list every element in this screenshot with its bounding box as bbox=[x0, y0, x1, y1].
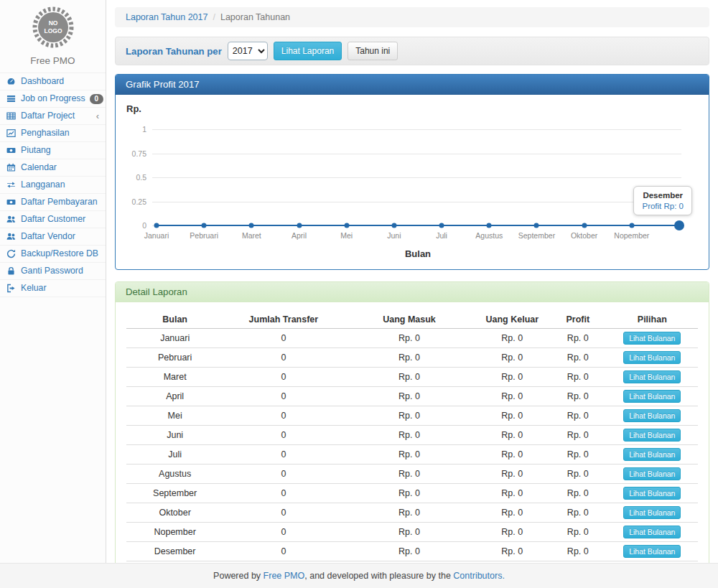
filter-label: Laporan Tahunan per bbox=[126, 46, 222, 57]
sidebar-item-langganan[interactable]: Langganan bbox=[0, 177, 106, 194]
table-row: Desember0Rp. 0Rp. 0Rp. 0Lihat Bulanan bbox=[126, 541, 698, 561]
chart-point[interactable] bbox=[344, 223, 349, 228]
footer-text-prefix: Powered by bbox=[213, 571, 263, 581]
table-cell: Rp. 0 bbox=[343, 347, 475, 367]
view-monthly-button[interactable]: Lihat Bulanan bbox=[623, 332, 681, 345]
view-monthly-button[interactable]: Lihat Bulanan bbox=[623, 487, 681, 500]
gridline bbox=[152, 154, 681, 154]
view-monthly-button[interactable]: Lihat Bulanan bbox=[623, 409, 681, 422]
table-cell: Juli bbox=[126, 444, 223, 464]
profit-chart-panel: Grafik Profit 2017 Rp. 10.750.50.250Janu… bbox=[115, 74, 709, 270]
y-tick-label: 0.75 bbox=[126, 149, 146, 158]
table-cell: 0 bbox=[223, 444, 343, 464]
y-axis-title: Rp. bbox=[126, 103, 698, 114]
column-header-uang-keluar: Uang Keluar bbox=[475, 311, 549, 328]
sidebar-item-keluar[interactable]: Keluar bbox=[0, 280, 106, 297]
table-cell: Desember bbox=[126, 541, 223, 561]
sidebar-item-daftar-project[interactable]: Daftar Project‹ bbox=[0, 108, 106, 125]
x-tick-label: Juli bbox=[436, 231, 447, 240]
view-monthly-button[interactable]: Lihat Bulanan bbox=[623, 429, 681, 442]
view-monthly-button[interactable]: Lihat Bulanan bbox=[623, 467, 681, 480]
table-cell: Rp. 0 bbox=[475, 386, 549, 406]
money-icon bbox=[6, 197, 17, 207]
table-cell: Rp. 0 bbox=[549, 347, 607, 367]
tooltip-value: Profit Rp: 0 bbox=[642, 202, 684, 210]
table-cell: Rp. 0 bbox=[343, 541, 475, 561]
column-header-jumlah-transfer: Jumlah Transfer bbox=[223, 311, 343, 328]
sidebar-item-label: Daftar Vendor bbox=[21, 231, 75, 242]
free-pmo-link[interactable]: Free PMO bbox=[264, 571, 305, 581]
view-monthly-button[interactable]: Lihat Bulanan bbox=[623, 390, 681, 403]
sidebar-item-daftar-vendor[interactable]: Daftar Vendor bbox=[0, 228, 106, 246]
sidebar-item-dashboard[interactable]: Dashboard bbox=[0, 73, 106, 90]
table-cell: Rp. 0 bbox=[475, 406, 549, 425]
line-chart-icon bbox=[6, 129, 17, 139]
profit-line-chart: 10.750.50.250JanuariPebruariMaretAprilMe… bbox=[126, 117, 698, 263]
chart-point[interactable] bbox=[297, 223, 302, 228]
table-cell-action: Lihat Bulanan bbox=[607, 328, 698, 347]
sidebar-menu: DashboardJob on Progress0Daftar Project‹… bbox=[0, 73, 106, 297]
view-monthly-button[interactable]: Lihat Bulanan bbox=[623, 526, 681, 538]
sidebar-item-daftar-pembayaran[interactable]: Daftar Pembayaran bbox=[0, 194, 106, 211]
contributors-link[interactable]: Contributors. bbox=[453, 571, 505, 581]
chart-point[interactable] bbox=[582, 223, 587, 228]
footer-text-middle: , and developed with pleasure by the bbox=[304, 571, 453, 581]
y-tick-label: 1 bbox=[126, 125, 146, 134]
table-cell: Rp. 0 bbox=[475, 483, 549, 503]
main-content: Laporan Tahun 2017/Laporan Tahunan Lapor… bbox=[106, 0, 718, 584]
chart-tooltip: DesemberProfit Rp: 0 bbox=[633, 186, 692, 215]
lock-icon bbox=[6, 266, 17, 276]
view-monthly-button[interactable]: Lihat Bulanan bbox=[623, 545, 681, 558]
x-tick-label: Januari bbox=[144, 231, 169, 240]
view-monthly-button[interactable]: Lihat Bulanan bbox=[623, 370, 681, 383]
view-monthly-button[interactable]: Lihat Bulanan bbox=[623, 448, 681, 461]
table-cell-action: Lihat Bulanan bbox=[607, 367, 698, 386]
chart-point[interactable] bbox=[487, 223, 492, 228]
view-monthly-button[interactable]: Lihat Bulanan bbox=[623, 351, 681, 364]
detail-panel-title: Detail Laporan bbox=[116, 282, 709, 302]
table-cell: Pebruari bbox=[126, 347, 223, 367]
table-cell: Rp. 0 bbox=[549, 406, 607, 425]
table-cell: Rp. 0 bbox=[475, 503, 549, 522]
table-cell: Mei bbox=[126, 406, 223, 425]
table-cell: Januari bbox=[126, 328, 223, 347]
sidebar-item-piutang[interactable]: Piutang bbox=[0, 142, 106, 159]
x-tick-label: Agustus bbox=[475, 231, 503, 240]
table-cell: Rp. 0 bbox=[549, 503, 607, 522]
users-icon bbox=[6, 232, 17, 242]
table-cell: 0 bbox=[223, 367, 343, 386]
year-select[interactable]: 2017 bbox=[228, 42, 268, 60]
table-cell: Rp. 0 bbox=[475, 522, 549, 541]
table-cell: Rp. 0 bbox=[343, 464, 475, 483]
chart-point[interactable] bbox=[391, 223, 396, 228]
chart-point[interactable] bbox=[154, 223, 159, 228]
sidebar-item-label: Job on Progress bbox=[21, 93, 85, 104]
chart-point[interactable] bbox=[534, 223, 539, 228]
chart-point-selected[interactable] bbox=[674, 220, 684, 230]
sidebar-item-calendar[interactable]: Calendar bbox=[0, 159, 106, 177]
chart-point[interactable] bbox=[249, 223, 254, 228]
table-row: September0Rp. 0Rp. 0Rp. 0Lihat Bulanan bbox=[126, 483, 698, 503]
users-icon bbox=[6, 215, 17, 225]
breadcrumb-link[interactable]: Laporan Tahun 2017 bbox=[126, 12, 208, 22]
sidebar-item-backup-restore-db[interactable]: Backup/Restore DB bbox=[0, 246, 106, 263]
breadcrumb: Laporan Tahun 2017/Laporan Tahunan bbox=[115, 7, 709, 27]
sidebar-item-penghasilan[interactable]: Penghasilan bbox=[0, 125, 106, 142]
sidebar-item-ganti-password[interactable]: Ganti Password bbox=[0, 263, 106, 280]
chart-point[interactable] bbox=[629, 223, 634, 228]
view-report-button[interactable]: Lihat Laporan bbox=[274, 42, 342, 60]
sidebar-item-daftar-customer[interactable]: Daftar Customer bbox=[0, 211, 106, 228]
tasks-icon bbox=[6, 94, 17, 104]
gridline bbox=[152, 202, 681, 202]
x-tick-label: Mei bbox=[340, 231, 353, 240]
table-cell-action: Lihat Bulanan bbox=[607, 386, 698, 406]
chart-point[interactable] bbox=[439, 223, 444, 228]
x-tick-label: Maret bbox=[242, 231, 261, 240]
this-year-button[interactable]: Tahun ini bbox=[348, 42, 398, 60]
retweet-icon bbox=[6, 180, 17, 190]
sidebar-item-job-on-progress[interactable]: Job on Progress0 bbox=[0, 90, 106, 108]
table-cell: Rp. 0 bbox=[475, 328, 549, 347]
y-tick-label: 0 bbox=[126, 221, 146, 230]
view-monthly-button[interactable]: Lihat Bulanan bbox=[623, 506, 681, 519]
chart-point[interactable] bbox=[202, 223, 207, 228]
